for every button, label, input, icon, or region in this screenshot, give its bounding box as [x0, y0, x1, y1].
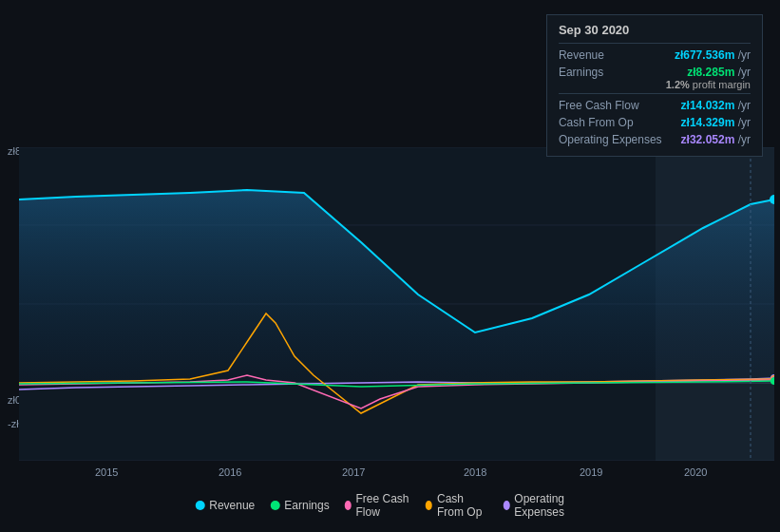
tooltip-profit-margin: 1.2% profit margin	[559, 79, 751, 90]
legend-dot-cashfromop	[426, 501, 432, 510]
x-label-2015: 2015	[95, 466, 118, 478]
tooltip-label-cashfromop: Cash From Op	[559, 116, 634, 129]
chart-svg	[19, 147, 774, 461]
legend-item-revenue[interactable]: Revenue	[195, 499, 255, 512]
tooltip-panel: Sep 30 2020 Revenue zł677.536m /yr Earni…	[546, 14, 763, 157]
tooltip-label-earnings: Earnings	[559, 66, 603, 79]
legend-label-cashfromop: Cash From Op	[437, 492, 488, 519]
chart-legend: Revenue Earnings Free Cash Flow Cash Fro…	[195, 492, 585, 519]
x-label-2019: 2019	[580, 466, 602, 478]
tooltip-date: Sep 30 2020	[559, 23, 751, 37]
legend-item-cashfromop[interactable]: Cash From Op	[426, 492, 487, 519]
legend-label-fcf: Free Cash Flow	[355, 492, 410, 519]
legend-dot-fcf	[345, 501, 352, 510]
legend-item-opex[interactable]: Operating Expenses	[503, 492, 584, 519]
tooltip-label-revenue: Revenue	[559, 48, 604, 62]
tooltip-label-opex: Operating Expenses	[559, 133, 662, 146]
tooltip-row-cashfromop: Cash From Op zł14.329m /yr	[559, 114, 751, 131]
x-label-2018: 2018	[464, 466, 486, 478]
tooltip-row-fcf: Free Cash Flow zł14.032m /yr	[559, 97, 751, 114]
chart-container: Sep 30 2020 Revenue zł677.536m /yr Earni…	[0, 0, 780, 532]
legend-item-fcf[interactable]: Free Cash Flow	[345, 492, 411, 519]
tooltip-value-opex: zł32.052m /yr	[681, 133, 751, 146]
tooltip-value-cashfromop: zł14.329m /yr	[681, 116, 751, 129]
tooltip-label-fcf: Free Cash Flow	[559, 99, 639, 112]
legend-label-earnings: Earnings	[284, 499, 329, 512]
tooltip-row-opex: Operating Expenses zł32.052m /yr	[559, 131, 751, 148]
legend-item-earnings[interactable]: Earnings	[270, 499, 329, 512]
x-label-2017: 2017	[342, 466, 365, 478]
tooltip-row-revenue: Revenue zł677.536m /yr	[559, 47, 751, 64]
x-label-2020: 2020	[684, 466, 707, 478]
legend-label-opex: Operating Expenses	[514, 492, 584, 519]
tooltip-value-fcf: zł14.032m /yr	[681, 99, 751, 112]
tooltip-value-earnings: zł8.285m /yr	[687, 66, 751, 79]
legend-dot-revenue	[195, 501, 204, 510]
legend-label-revenue: Revenue	[209, 499, 255, 512]
x-label-2016: 2016	[219, 466, 241, 478]
legend-dot-earnings	[270, 501, 279, 510]
tooltip-value-revenue: zł677.536m /yr	[675, 48, 751, 62]
legend-dot-opex	[503, 501, 509, 510]
